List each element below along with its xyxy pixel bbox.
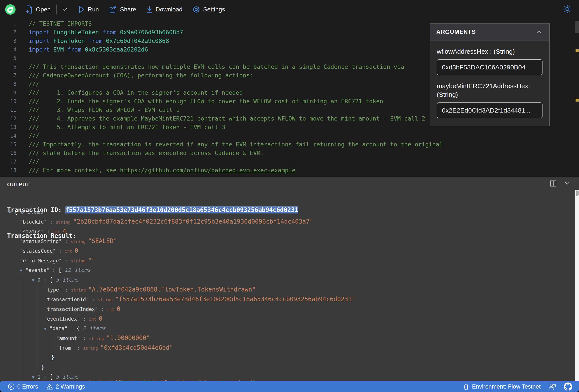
wflow-address-input[interactable]: 0xd3bF53DAC106A0290B04...: [437, 59, 543, 75]
json-token-c: :: [62, 258, 71, 264]
environment-label: Environment: Flow Testnet: [472, 383, 541, 390]
json-token-tl: string: [56, 220, 73, 224]
json-token-sv: "": [88, 257, 95, 264]
json-row: "statusCode" : int 0: [0, 246, 570, 256]
run-label: Run: [88, 6, 99, 13]
json-token-k: "transactionIndex": [44, 306, 98, 312]
code-token: /// 5. Attempts to mint an ERC721 token …: [29, 124, 225, 130]
theme-toggle-button[interactable]: [563, 5, 572, 14]
line-number: 16: [0, 149, 16, 157]
errors-status[interactable]: 0 Errors: [8, 383, 38, 390]
json-token-tl: string: [83, 346, 100, 351]
json-token-iv: 0: [74, 247, 78, 254]
code-token: FungibleToken: [53, 29, 103, 36]
settings-button[interactable]: Settings: [192, 6, 225, 13]
json-row: "blockId" : string "2b28cbfb87da2cfec4f0…: [0, 217, 570, 226]
line-number: 3: [0, 37, 16, 45]
json-token-tl: string: [98, 297, 115, 302]
line-number: 14: [0, 131, 16, 140]
warning-marker: [576, 49, 579, 52]
editor-scrollbar-thumb[interactable]: [575, 21, 579, 33]
json-token-k: "transactionId": [44, 297, 89, 302]
collapse-triangle-icon[interactable]: ▼: [44, 326, 46, 331]
download-button[interactable]: Download: [146, 6, 183, 13]
code-link[interactable]: https://github.com/onflow/batched-evm-ex…: [120, 167, 295, 173]
json-row: ▼0 : { 5 items: [0, 275, 570, 285]
editor-overview-ruler[interactable]: [575, 19, 579, 177]
open-button[interactable]: Open: [25, 5, 51, 14]
json-token-c: :: [62, 238, 71, 244]
json-row: }: [0, 362, 570, 372]
code-token: /// For more context, see: [29, 167, 120, 173]
code-token: import: [29, 46, 53, 53]
json-token-k: "statusCode": [20, 248, 56, 254]
json-token-it: 2 items: [83, 325, 106, 332]
download-label: Download: [156, 6, 183, 13]
code-token: EVM: [53, 46, 67, 53]
github-icon[interactable]: [564, 383, 572, 391]
json-token-k: "status": [20, 229, 44, 234]
output-title: OUTPUT: [7, 181, 30, 188]
share-label: Share: [120, 6, 136, 13]
environment-status[interactable]: {} Environment: Flow Testnet: [464, 383, 541, 390]
json-token-tl: int: [107, 307, 117, 312]
code-token: ///: [29, 81, 39, 87]
warnings-status[interactable]: 2 Warnings: [46, 383, 85, 390]
collapse-chevron-up-icon[interactable]: [536, 30, 543, 35]
line-number: 4: [0, 45, 16, 54]
collapse-triangle-icon[interactable]: ▼: [32, 278, 34, 282]
json-token-ix: 0: [37, 277, 40, 283]
json-token-tl: int: [89, 317, 99, 322]
collapse-triangle-icon[interactable]: ▼: [32, 375, 34, 380]
code-token: 0x8c5303eaa26202d6: [85, 46, 148, 53]
output-scrollbar[interactable]: [575, 190, 579, 381]
json-token-it: 6 items: [21, 209, 44, 215]
open-dropdown-chevron[interactable]: [62, 7, 68, 12]
arguments-header[interactable]: ARGUMENTS: [430, 23, 549, 41]
json-token-c: :: [68, 326, 77, 331]
json-token-c: :: [49, 267, 58, 273]
json-token-b: }: [51, 354, 54, 361]
json-token-k: "statusString": [20, 238, 62, 244]
json-token-c: :: [80, 336, 89, 341]
json-token-sv: "2b28cbfb87da2cfec4f0232c6f883f0f12c95b3…: [73, 218, 313, 225]
json-token-tl: string: [71, 288, 88, 292]
json-token-b: }: [41, 364, 45, 370]
arguments-panel: ARGUMENTS wflowAddressHex : (String) 0xd…: [430, 23, 550, 126]
settings-label: Settings: [203, 6, 225, 13]
json-row: "errorMessage" : string "": [0, 256, 570, 265]
json-token-c: :: [74, 345, 83, 351]
code-token: from: [88, 38, 106, 44]
json-token-k: "eventIndex": [44, 316, 80, 322]
argument-field: wflowAddressHex : (String) 0xd3bF53DAC10…: [430, 47, 549, 75]
split-view-icon[interactable]: [550, 180, 557, 187]
line-number: 6: [0, 62, 16, 71]
sun-icon: [563, 5, 572, 13]
line-number: 15: [0, 140, 16, 149]
json-token-c: :: [80, 316, 89, 322]
run-button[interactable]: Run: [78, 6, 99, 13]
argument-field: maybeMintERC721AddressHex : (String) 0x2…: [430, 82, 549, 118]
collapse-triangle-icon[interactable]: ▼: [20, 268, 22, 273]
json-row: "statusString" : string "SEALED": [0, 236, 570, 246]
output-scrollbar-thumb[interactable]: [576, 190, 579, 196]
collapse-triangle-icon[interactable]: ▼: [9, 210, 11, 215]
json-row: "status" : int 4: [0, 226, 570, 236]
json-token-k: "type": [44, 287, 62, 293]
json-token-it: 12 items: [65, 267, 91, 273]
code-token: /// This transaction demonstrates how mu…: [29, 63, 404, 70]
toolbar: Open Run Share Dow: [0, 0, 579, 19]
line-number: 8: [0, 80, 16, 88]
argument-label: wflowAddressHex : (String): [437, 47, 543, 56]
code-token: /// 1. Configures a COA in the signer's …: [29, 89, 243, 96]
share-button[interactable]: Share: [109, 6, 136, 13]
collapse-output-chevron-icon[interactable]: [564, 181, 570, 186]
json-row: ▼"data" : { 2 items: [0, 324, 570, 333]
maybe-mint-erc721-address-input[interactable]: 0x2E2Ed0Cfd3AD2f1d34481...: [437, 103, 543, 118]
code-token: /// 2. Funds the signer's COA with enoug…: [29, 98, 383, 105]
line-number: 13: [0, 123, 16, 131]
json-row: }: [0, 352, 570, 362]
line-number: 18: [0, 166, 16, 175]
line-number: 17: [0, 157, 16, 166]
feedback-icon[interactable]: [548, 383, 556, 390]
